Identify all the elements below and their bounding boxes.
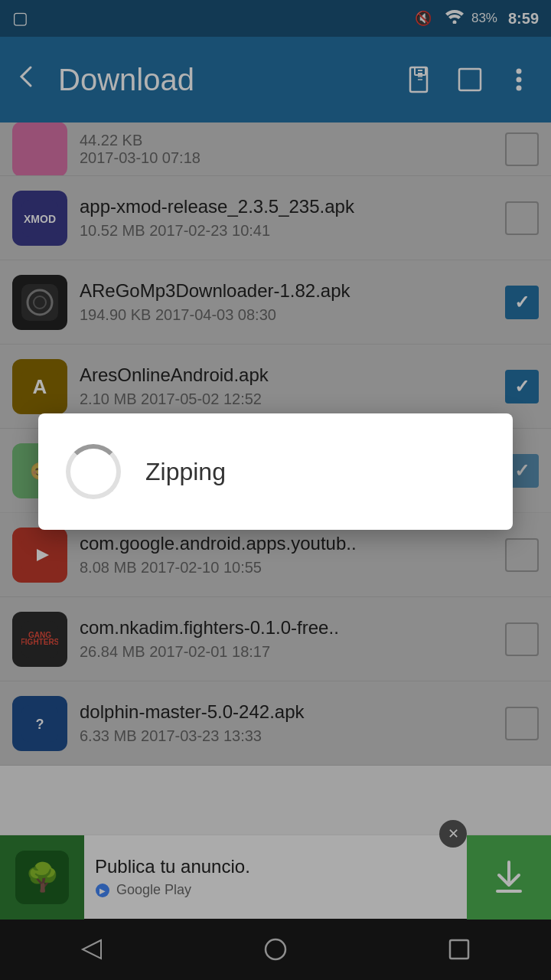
loading-spinner <box>66 444 121 499</box>
dialog-message: Zipping <box>145 458 226 486</box>
zipping-dialog: Zipping <box>38 413 513 530</box>
dialog-overlay: Zipping <box>0 0 551 980</box>
